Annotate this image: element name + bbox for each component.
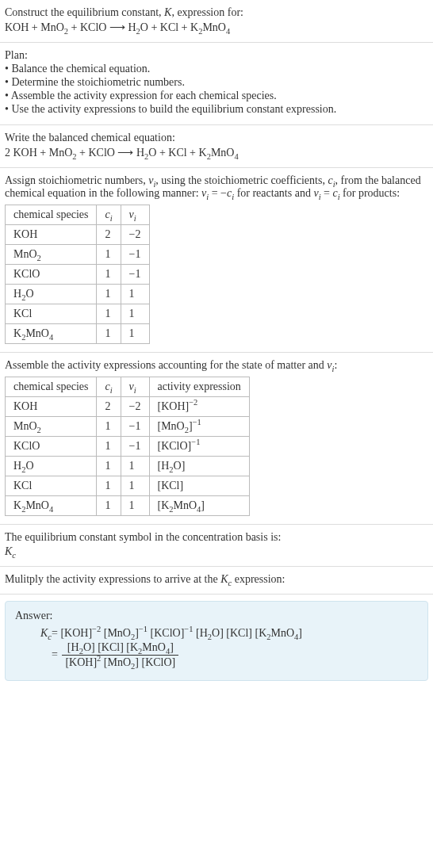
sp: KClO [13, 440, 40, 452]
answer-box: Answer: Kc = [KOH]−2 [MnO2]−1 [KClO]−1 [… [5, 601, 428, 681]
assemble-text: Assemble the activity expressions accoun… [5, 359, 428, 372]
sub: 2 [37, 426, 41, 434]
table-row: KOH 2 −2 [6, 225, 150, 245]
cell-species: KOH [6, 397, 97, 417]
cell-c: 1 [97, 285, 121, 304]
eq-part: O + KCl + K [140, 21, 198, 33]
cell-activity: [KCl] [149, 476, 249, 496]
table-row: KCl 1 1 [6, 304, 150, 324]
sub: 4 [234, 152, 238, 161]
K-symbol: K [5, 545, 12, 557]
cell-species: KClO [6, 437, 97, 457]
table-row: H2O 1 1 [6, 285, 150, 304]
cell-c: 1 [97, 476, 121, 496]
sp: MnO [25, 499, 49, 511]
cell-species: KClO [6, 265, 97, 285]
eq-part: O + KCl + K [148, 147, 206, 159]
col-ci: ci [97, 205, 121, 225]
text: O] [KCl] [K [83, 641, 138, 653]
act: [KOH] [158, 400, 190, 412]
cell-n: 1 [121, 457, 149, 476]
sub: 4 [226, 27, 230, 36]
balanced-section: Write the balanced chemical equation: 2 … [0, 125, 433, 168]
table-row: KOH 2 −2 [KOH]−2 [6, 397, 250, 417]
text: [H [194, 627, 208, 639]
cell-activity: [MnO2]−1 [149, 417, 249, 437]
col-species: chemical species [6, 205, 97, 225]
text: [H [67, 641, 79, 653]
plan-bullet: • Determine the stoichiometric numbers. [5, 76, 428, 89]
cell-n: −1 [121, 437, 149, 457]
stoich-table: chemical species ci νi KOH 2 −2 MnO2 1 −… [5, 205, 150, 344]
sp: O [25, 460, 33, 472]
sp: K [13, 499, 21, 511]
eq-part: MnO [202, 21, 226, 33]
sp: K [13, 327, 21, 339]
act: [K [158, 499, 170, 511]
text: Assign stoichiometric numbers, [5, 174, 148, 186]
cell-species: H2O [6, 285, 97, 304]
sup: −2 [189, 398, 197, 407]
sp: MnO [13, 420, 37, 432]
cell-species: H2O [6, 457, 97, 476]
plan-bullet: • Balance the chemical equation. [5, 63, 428, 75]
sub: i [110, 214, 113, 223]
text: O] [KCl] [K [212, 627, 266, 639]
text: = [KOH] [52, 627, 92, 639]
text: MnO [142, 641, 166, 653]
cell-n: −1 [121, 245, 149, 265]
table-row: K2MnO4 1 1 [6, 324, 150, 344]
act: [KClO] [158, 440, 192, 452]
sp: KClO [13, 268, 40, 280]
act: [KCl] [158, 480, 184, 491]
text: expression: [232, 573, 285, 585]
cell-n: −1 [121, 417, 149, 437]
cell-c: 1 [97, 457, 121, 476]
eq-part: KOH + MnO [5, 21, 64, 33]
act: O] [174, 460, 186, 472]
cell-c: 1 [97, 324, 121, 344]
text: Mulitply the activity expressions to arr… [5, 573, 220, 585]
symbol-section: The equilibrium constant symbol in the c… [0, 525, 433, 567]
col-species: chemical species [6, 377, 97, 397]
act: ] [201, 499, 205, 511]
cell-activity: [H2O] [149, 457, 249, 476]
cell-n: 1 [121, 496, 149, 516]
assemble-section: Assemble the activity expressions accoun… [0, 353, 433, 525]
activity-table: chemical species ci νi activity expressi… [5, 377, 250, 516]
sp: H [13, 288, 21, 300]
cell-activity: [KOH]−2 [149, 397, 249, 417]
eq-part: + KClO ⟶ H [68, 21, 136, 33]
eq-part: MnO [211, 147, 235, 159]
table-row: KCl 1 1 [KCl] [6, 476, 250, 496]
cell-n: −1 [121, 265, 149, 285]
sub: 4 [49, 333, 53, 342]
sub: c [12, 551, 16, 560]
sup: −1 [191, 438, 200, 446]
plan-bullet: • Assemble the activity expression for e… [5, 90, 428, 102]
table-row: H2O 1 1 [H2O] [6, 457, 250, 476]
text: MnO [271, 627, 295, 639]
unbalanced-equation: KOH + MnO2 + KClO ⟶ H2O + KCl + K2MnO4 [5, 21, 428, 34]
text: , using the stoichiometric coefficients, [155, 174, 328, 186]
col-nui: νi [121, 205, 149, 225]
numerator: [H2O] [KCl] [K2MnO4] [62, 641, 178, 656]
fraction: [H2O] [KCl] [K2MnO4] [KOH]2 [MnO2] [KClO… [62, 641, 178, 669]
text: = [321, 187, 333, 199]
text: for reactants and [234, 187, 313, 199]
sub: i [134, 386, 136, 395]
denominator: [KOH]2 [MnO2] [KClO] [62, 656, 178, 669]
act: [MnO [158, 420, 185, 432]
text: Assemble the activity expressions accoun… [5, 359, 327, 371]
table-row: KClO 1 −1 [6, 265, 150, 285]
sp: MnO [13, 248, 37, 260]
cell-n: 1 [121, 324, 149, 344]
cell-c: 1 [97, 496, 121, 516]
cell-species: MnO2 [6, 417, 97, 437]
col-activity: activity expression [149, 377, 249, 397]
act: [H [158, 460, 170, 472]
text: : [334, 359, 337, 371]
text: ] [KClO] [135, 656, 175, 668]
table-header-row: chemical species ci νi [6, 205, 150, 225]
sup: −1 [139, 625, 148, 633]
